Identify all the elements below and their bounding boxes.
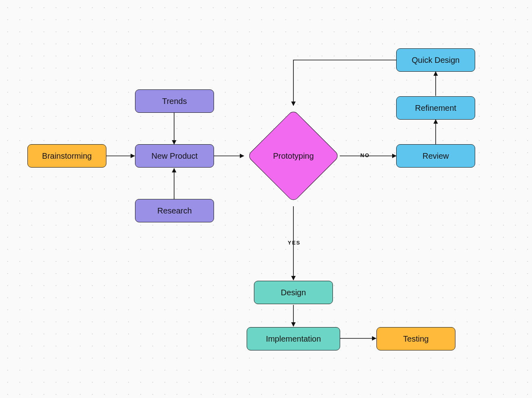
node-label: Brainstorming (42, 151, 91, 161)
node-brainstorming[interactable]: Brainstorming (27, 144, 106, 168)
node-label: Refinement (415, 104, 456, 113)
diagram-canvas[interactable]: NO YES Brainstorming Trends New Product … (0, 0, 532, 398)
node-label: Prototyping (247, 110, 340, 202)
node-design[interactable]: Design (254, 281, 333, 304)
node-label: Quick Design (412, 56, 460, 65)
edge-label-no: NO (360, 152, 370, 158)
node-label: Review (422, 151, 449, 161)
node-label: Testing (403, 334, 428, 344)
node-quick-design[interactable]: Quick Design (396, 48, 475, 72)
node-implementation[interactable]: Implementation (247, 327, 340, 350)
node-new-product[interactable]: New Product (135, 144, 214, 168)
node-testing[interactable]: Testing (376, 327, 455, 350)
node-prototyping[interactable]: Prototyping (247, 110, 340, 202)
node-label: Implementation (266, 334, 321, 344)
edge-label-yes: YES (288, 240, 301, 246)
node-label: New Product (152, 151, 198, 161)
node-label: Trends (162, 97, 187, 106)
edge-quickdesign-prototyping (293, 60, 396, 106)
node-trends[interactable]: Trends (135, 89, 214, 113)
node-label: Design (281, 288, 306, 297)
node-label: Research (157, 206, 192, 216)
node-review[interactable]: Review (396, 144, 475, 168)
node-research[interactable]: Research (135, 199, 214, 222)
node-refinement[interactable]: Refinement (396, 96, 475, 120)
